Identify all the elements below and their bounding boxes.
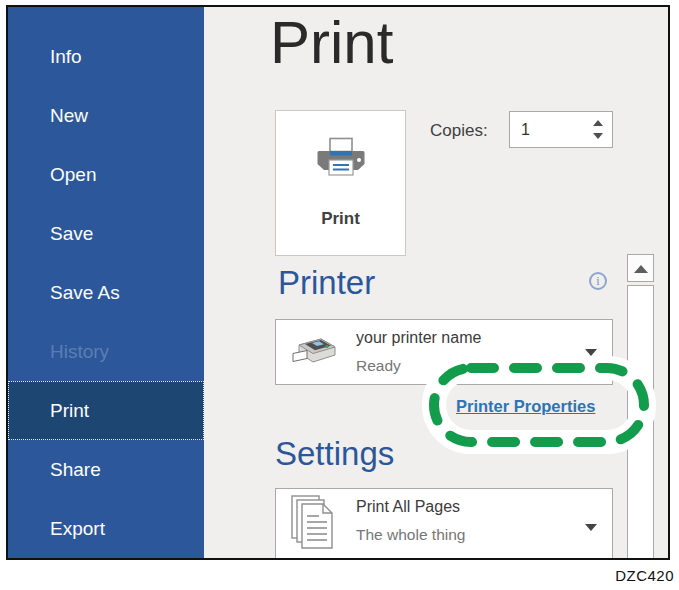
printer-select-dropdown[interactable]: your printer name Ready [275, 319, 613, 385]
sidebar-item-info[interactable]: Info [8, 27, 204, 86]
sidebar-item-print[interactable]: Print [8, 381, 204, 440]
backstage-sidebar: Info New Open Save Save As History Print… [8, 7, 204, 558]
printer-section-heading: Printer [278, 264, 375, 302]
sidebar-item-label: Share [50, 459, 101, 481]
spin-down-icon[interactable] [593, 133, 603, 139]
print-button-label: Print [321, 209, 360, 229]
sidebar-item-history: History [8, 322, 204, 381]
printer-status: Ready [356, 357, 401, 375]
print-range-option: Print All Pages [356, 498, 460, 516]
scroll-up-icon [634, 265, 648, 273]
sidebar-item-save-as[interactable]: Save As [8, 263, 204, 322]
sidebar-item-label: Save As [50, 282, 120, 304]
sidebar-item-label: Info [50, 46, 82, 68]
backstage-print-view: Info New Open Save Save As History Print… [6, 5, 670, 560]
print-pane: Print Print Copies: [204, 7, 668, 558]
settings-section-heading: Settings [275, 435, 394, 473]
sidebar-item-save[interactable]: Save [8, 204, 204, 263]
sidebar-item-label: Open [50, 164, 96, 186]
copies-stepper [509, 111, 613, 148]
document-pages-icon [290, 494, 336, 556]
sidebar-item-label: Save [50, 223, 93, 245]
copies-label: Copies: [430, 121, 488, 141]
vertical-scrollbar[interactable] [627, 254, 654, 558]
printer-device-icon [290, 330, 338, 374]
sidebar-item-label: Print [50, 400, 89, 422]
printer-icon [314, 137, 368, 187]
info-icon-glyph: i [596, 275, 599, 287]
sidebar-item-label: History [50, 341, 109, 363]
print-button[interactable]: Print [275, 110, 406, 256]
sidebar-item-new[interactable]: New [8, 86, 204, 145]
sidebar-item-open[interactable]: Open [8, 145, 204, 204]
chevron-down-icon [585, 524, 597, 531]
printer-properties-link[interactable]: Printer Properties [456, 397, 595, 416]
sidebar-item-share[interactable]: Share [8, 440, 204, 499]
printer-name: your printer name [356, 329, 481, 347]
sidebar-item-label: New [50, 105, 88, 127]
copies-input[interactable] [510, 112, 582, 147]
scroll-up-button[interactable] [627, 254, 654, 282]
copies-spin-buttons [584, 112, 612, 147]
spin-up-icon[interactable] [593, 120, 603, 126]
chevron-down-icon [585, 349, 597, 356]
scrollbar-thumb[interactable] [627, 285, 654, 560]
figure-label: DZC420 [615, 567, 674, 584]
print-range-description: The whole thing [356, 526, 465, 544]
info-icon[interactable]: i [589, 272, 607, 290]
sidebar-item-label: Export [50, 518, 105, 540]
page-title: Print [270, 8, 393, 77]
sidebar-item-export[interactable]: Export [8, 499, 204, 558]
print-range-dropdown[interactable]: Print All Pages The whole thing [275, 488, 613, 560]
